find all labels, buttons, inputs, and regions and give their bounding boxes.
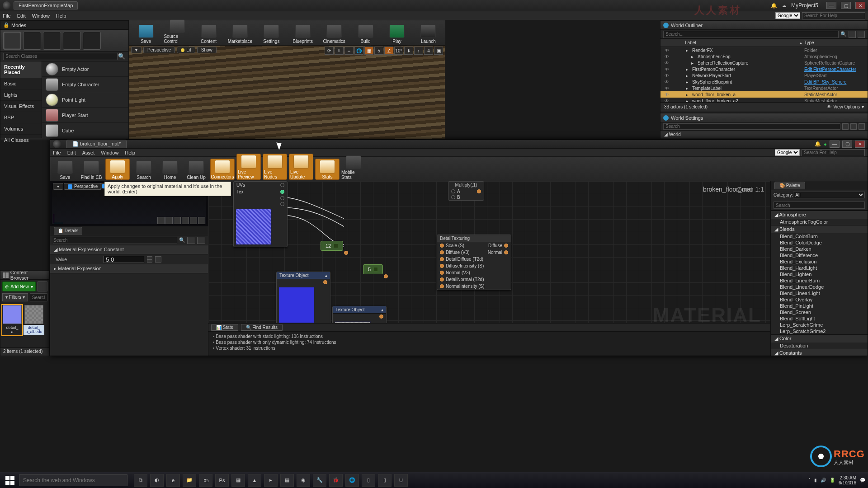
material-toolbar-home-button[interactable]: Home xyxy=(158,160,182,180)
visibility-eye-icon[interactable]: 👁 xyxy=(663,86,670,91)
details-eye-button[interactable] xyxy=(197,237,205,244)
viewport-grid-value[interactable]: 5 xyxy=(374,47,383,55)
input-pin[interactable] xyxy=(440,264,444,268)
visibility-eye-icon[interactable]: 👁 xyxy=(663,54,670,59)
help-search-input[interactable] xyxy=(802,149,865,156)
palette-item[interactable]: Blend_LinearLight xyxy=(771,290,868,296)
menu-help[interactable]: Help xyxy=(56,13,66,19)
app-icon[interactable]: 🔧 xyxy=(313,474,326,487)
window-maximize-button[interactable]: ▢ xyxy=(841,2,851,9)
output-pin[interactable] xyxy=(384,274,388,278)
palette-item[interactable]: Blend_SoftLight xyxy=(771,315,868,322)
taskbar-clock[interactable]: 2:30 AM 6/1/2016 xyxy=(839,475,856,485)
modes-category[interactable]: Visual Effects xyxy=(0,101,42,112)
outliner-column-headers[interactable]: Label ▴ Type xyxy=(660,39,868,47)
window-maximize-button[interactable]: ▢ xyxy=(842,141,852,148)
network-icon[interactable]: ▮ xyxy=(814,478,817,483)
world-settings-category[interactable]: ◢ World xyxy=(660,131,868,138)
modes-category[interactable]: Basic xyxy=(0,78,42,89)
filters-button[interactable]: ▾ Filters ▾ xyxy=(2,293,28,301)
modes-category[interactable]: Recently Placed xyxy=(0,61,42,78)
outliner-list[interactable]: 👁 ▸ RenderFX Folder👁 ▸ AtmosphericFog At… xyxy=(660,47,868,102)
app-icon[interactable]: 🐞 xyxy=(329,474,343,487)
viewport-maximize-button[interactable]: ▣ xyxy=(434,47,443,55)
material-preview-viewport[interactable]: ▾ Perspective Apply changes to original … xyxy=(50,181,208,226)
palette-item[interactable]: Blend_Exclusion xyxy=(771,258,868,265)
preview-shape-mesh-button[interactable] xyxy=(190,217,197,224)
placeable-item[interactable]: Point Light xyxy=(42,92,128,108)
placeable-item[interactable]: Empty Character xyxy=(42,77,128,92)
output-pin[interactable] xyxy=(280,202,284,206)
material-toolbar-live-nodes-button[interactable]: Live Nodes xyxy=(263,154,287,180)
visibility-eye-icon[interactable]: 👁 xyxy=(663,73,670,78)
toolbar-blueprints-button[interactable]: Blueprints xyxy=(289,24,316,44)
start-button[interactable] xyxy=(3,474,17,487)
viewport-lit-button[interactable]: Lit xyxy=(177,47,195,53)
edge-app-icon[interactable]: e xyxy=(166,474,180,487)
geometry-mode-icon[interactable] xyxy=(83,32,101,50)
eye-icon[interactable] xyxy=(850,123,857,130)
photoshop-app-icon[interactable]: Ps xyxy=(215,474,229,487)
viewport-snap-grid-button[interactable]: ▦ xyxy=(364,47,373,55)
palette-item[interactable]: Blend_Difference xyxy=(771,252,868,258)
output-pin[interactable] xyxy=(280,190,284,194)
window-minimize-button[interactable]: — xyxy=(826,2,836,9)
toolbar-cinematics-button[interactable]: Cinematics xyxy=(321,24,347,44)
palette-item[interactable]: Blend_Overlay xyxy=(771,296,868,303)
palette-item[interactable]: Lerp_ScratchGrime xyxy=(771,322,868,328)
bell-icon[interactable]: 🔔 xyxy=(771,3,777,9)
view-options-button[interactable]: View Options xyxy=(833,104,860,109)
outliner-row[interactable]: 👁 ▸ NetworkPlayerStart PlayerStart xyxy=(660,72,868,79)
battery-icon[interactable]: 🔋 xyxy=(830,478,835,483)
toolbar-settings-button[interactable]: Settings xyxy=(258,24,285,44)
search-icon[interactable]: 🔍 xyxy=(118,53,126,60)
palette-item[interactable]: Blend_ColorDodge xyxy=(771,239,868,246)
viewport-menu-button[interactable]: ▾ xyxy=(131,47,142,53)
input-pin[interactable] xyxy=(451,195,455,199)
input-pin[interactable] xyxy=(440,250,444,254)
chevron-up-icon[interactable]: ˄ xyxy=(808,478,811,483)
chevron-down-icon[interactable] xyxy=(334,244,338,248)
viewport-show-button[interactable]: Show xyxy=(197,47,217,53)
palette-item[interactable]: Blend_LinearBurn xyxy=(771,277,868,284)
stats-tab[interactable]: 📊 Stats xyxy=(211,324,238,331)
viewport-tool-icon[interactable]: 🌐 xyxy=(354,47,363,55)
toolbar-content-button[interactable]: Content xyxy=(195,24,222,44)
task-view-button[interactable]: ⧉ xyxy=(134,474,147,487)
output-pin[interactable] xyxy=(344,251,348,255)
palette-item[interactable]: Blend_HardLight xyxy=(771,265,868,271)
taskbar-search-input[interactable] xyxy=(19,474,127,486)
notifications-icon[interactable]: 💬 xyxy=(860,478,865,483)
input-pin[interactable] xyxy=(440,271,444,275)
content-search-input[interactable] xyxy=(30,293,47,301)
outliner-row[interactable]: 👁 ▸ SphereReflectionCapture SphereReflec… xyxy=(660,60,868,66)
toolbar-save-button[interactable]: Save xyxy=(132,24,159,44)
palette-category[interactable]: ◢ Atmosphere xyxy=(771,211,868,219)
add-new-button[interactable]: ⊕ Add New ▾ xyxy=(2,282,36,291)
palette-item[interactable]: Blend_Darken xyxy=(771,246,868,252)
material-toolbar-live-preview-button[interactable]: Live Preview xyxy=(236,154,261,180)
world-outliner-header[interactable]: World Outliner xyxy=(660,21,868,30)
world-settings-search-input[interactable] xyxy=(663,123,840,130)
toolbar-play-button[interactable]: Play xyxy=(383,24,410,44)
constant-node[interactable]: 5 xyxy=(363,264,383,274)
visibility-eye-icon[interactable]: 👁 xyxy=(663,61,670,66)
palette-search-input[interactable] xyxy=(774,202,865,209)
preview-menu-button[interactable]: ▾ xyxy=(53,183,63,190)
constant-node[interactable]: 12 xyxy=(321,241,343,251)
actor-type[interactable]: Edit BP_Sky_Sphere xyxy=(804,80,868,84)
modes-category[interactable]: Lights xyxy=(0,89,42,101)
material-toolbar-connectors-button[interactable]: Connectors xyxy=(210,159,235,180)
toolbar-build-button[interactable]: Build xyxy=(352,24,379,44)
app-icon[interactable]: ▯ xyxy=(378,474,392,487)
world-settings-header[interactable]: World Settings xyxy=(660,113,868,122)
window-close-button[interactable]: ✕ xyxy=(855,2,865,9)
palette-item[interactable]: Blend_Lighten xyxy=(771,271,868,277)
details-tab[interactable]: 📋 Details xyxy=(54,227,82,235)
preview-projection-button[interactable]: Perspective xyxy=(64,183,102,190)
app-icon[interactable]: ▦ xyxy=(280,474,294,487)
landscape-mode-icon[interactable] xyxy=(43,32,61,50)
modes-category[interactable]: All Classes xyxy=(0,135,42,146)
reset-default-button[interactable] xyxy=(155,256,161,263)
material-toolbar-apply-button[interactable]: Apply xyxy=(105,159,130,180)
